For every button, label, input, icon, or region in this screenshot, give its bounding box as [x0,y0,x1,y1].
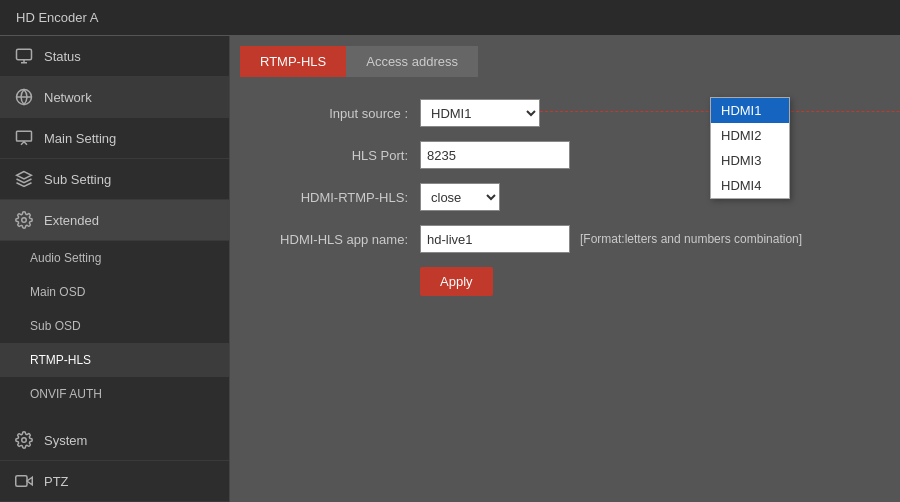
apply-btn-row: Apply [240,267,890,296]
sidebar-sublabel-onvif-auth: ONVIF AUTH [30,387,102,401]
app-title: HD Encoder A [16,10,98,25]
apply-button[interactable]: Apply [420,267,493,296]
svg-marker-6 [17,172,32,180]
sidebar-label-status: Status [44,49,81,64]
sidebar-item-sub-setting[interactable]: Sub Setting [0,159,229,200]
main-layout: Status Network Main Setting [0,36,900,502]
sidebar-item-extended[interactable]: Extended [0,200,229,241]
globe-icon [14,87,34,107]
svg-point-7 [22,218,27,223]
sidebar-subitem-sub-osd[interactable]: Sub OSD [0,309,229,343]
sidebar-sublabel-sub-osd: Sub OSD [30,319,81,333]
sidebar-label-system: System [44,433,87,448]
dropdown-item-hdmi1[interactable]: HDMI1 [711,98,789,123]
sidebar-subitem-main-osd[interactable]: Main OSD [0,275,229,309]
svg-rect-0 [17,49,32,60]
sidebar-sublabel-audio-setting: Audio Setting [30,251,101,265]
sidebar-item-system[interactable]: System [0,420,229,461]
app-name-label: HDMI-HLS app name: [260,232,420,247]
app-name-input[interactable] [420,225,570,253]
sidebar-label-main-setting: Main Setting [44,131,116,146]
svg-point-8 [22,438,27,443]
hls-port-input[interactable] [420,141,570,169]
camera-icon [14,471,34,491]
tabs-bar: RTMP-HLS Access address [240,46,890,77]
sidebar-label-sub-setting: Sub Setting [44,172,111,187]
svg-rect-9 [16,476,27,487]
input-source-select[interactable]: HDMI1 HDMI2 HDMI3 HDMI4 [420,99,540,127]
dropdown-item-hdmi3[interactable]: HDMI3 [711,148,789,173]
system-gear-icon [14,430,34,450]
sidebar-label-ptz: PTZ [44,474,69,489]
layers-icon [14,169,34,189]
tab-access-address[interactable]: Access address [346,46,478,77]
input-source-label: Input source : [260,106,420,121]
sidebar-item-ptz[interactable]: PTZ [0,461,229,502]
hdmi-rtmp-row: HDMI-RTMP-HLS: close open [240,183,890,211]
dropdown-item-hdmi4[interactable]: HDMI4 [711,173,789,198]
hdmi-rtmp-select[interactable]: close open [420,183,500,211]
title-bar: HD Encoder A [0,0,900,36]
sidebar-subitem-onvif-auth[interactable]: ONVIF AUTH [0,377,229,411]
form-area: Input source : HDMI1 HDMI2 HDMI3 HDMI4 H… [240,89,890,492]
sidebar-item-status[interactable]: Status [0,36,229,77]
content-area: RTMP-HLS Access address Input source : H… [230,36,900,502]
sidebar-subitem-audio-setting[interactable]: Audio Setting [0,241,229,275]
hls-port-row: HLS Port: [240,141,890,169]
svg-rect-5 [17,131,32,141]
sidebar-subitem-rtmp-hls[interactable]: RTMP-HLS [0,343,229,377]
dropdown-item-hdmi2[interactable]: HDMI2 [711,123,789,148]
sidebar: Status Network Main Setting [0,36,230,502]
app-name-row: HDMI-HLS app name: [Format:letters and n… [240,225,890,253]
sidebar-sublabel-rtmp-hls: RTMP-HLS [30,353,91,367]
app-name-hint: [Format:letters and numbers combination] [580,232,802,246]
sidebar-label-network: Network [44,90,92,105]
hls-port-label: HLS Port: [260,148,420,163]
display-icon [14,128,34,148]
input-source-dropdown[interactable]: HDMI1 HDMI2 HDMI3 HDMI4 [710,97,790,199]
gear-icon [14,210,34,230]
hdmi-rtmp-label: HDMI-RTMP-HLS: [260,190,420,205]
sidebar-sublabel-main-osd: Main OSD [30,285,85,299]
tab-rtmp-hls[interactable]: RTMP-HLS [240,46,346,77]
input-source-row: Input source : HDMI1 HDMI2 HDMI3 HDMI4 [240,99,890,127]
sidebar-item-network[interactable]: Network [0,77,229,118]
sidebar-label-extended: Extended [44,213,99,228]
monitor-icon [14,46,34,66]
sidebar-item-main-setting[interactable]: Main Setting [0,118,229,159]
